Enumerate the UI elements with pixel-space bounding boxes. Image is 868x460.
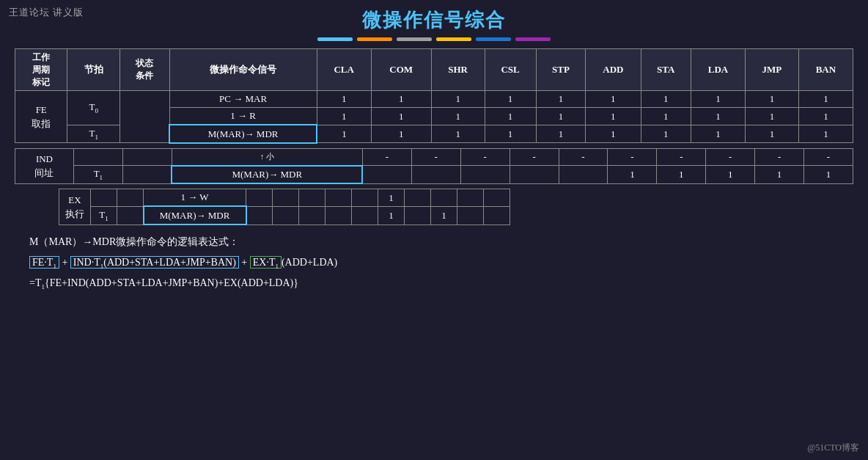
val	[246, 206, 273, 224]
logic-title: M（MAR）→MDR微操作命令的逻辑表达式：	[29, 233, 853, 251]
val: 1	[536, 91, 585, 108]
val: 1	[371, 108, 431, 125]
val	[362, 166, 411, 184]
fe-t1-box: FE·T1	[29, 256, 59, 269]
val: 1	[586, 91, 641, 108]
table-header: 工作周期标记 节拍 状态条件 微操作命令信号 CLA COM SHR CSL S…	[15, 49, 853, 91]
ind-t-empty	[73, 148, 122, 165]
val: 1	[798, 125, 853, 143]
header-state: 状态条件	[119, 49, 169, 91]
val	[299, 206, 326, 224]
val: -	[608, 148, 657, 165]
header-lda: LDA	[691, 49, 745, 91]
table-row-highlighted: T1 M(MAR)→ MDR 1 1 1 1 1	[15, 166, 853, 184]
logic-section: M（MAR）→MDR微操作命令的逻辑表达式： FE·T1 + IND·T1(AD…	[15, 233, 853, 293]
val: 1	[378, 206, 405, 224]
val: 1	[691, 91, 745, 108]
val: -	[411, 148, 460, 165]
val	[405, 189, 431, 207]
val: 1	[317, 91, 371, 108]
header-stp: STP	[536, 49, 585, 91]
cmd-mmar-mdr: M(MAR)→ MDR	[169, 125, 317, 143]
header-cla: CLA	[317, 49, 371, 91]
table-row-highlighted: T1 M(MAR)→ MDR 1 1	[59, 206, 510, 224]
table-row: EX执行 1 → W 1	[59, 189, 510, 207]
header-ban: BAN	[798, 49, 853, 91]
header-cycle: 工作周期标记	[15, 49, 67, 91]
val	[559, 166, 608, 184]
header-shr: SHR	[431, 49, 485, 91]
val: 1	[746, 108, 799, 125]
val: 1	[798, 91, 853, 108]
val: 1	[691, 125, 745, 143]
cmd-ex-mmar-mdr: M(MAR)→ MDR	[144, 206, 246, 224]
ind-label: IND间址	[15, 148, 74, 183]
val: 1	[371, 125, 431, 143]
color-bar-6	[515, 37, 551, 41]
header-jmp: JMP	[746, 49, 799, 91]
cmd-arrow-small: ↑ 小	[172, 148, 362, 165]
val: 1	[641, 125, 691, 143]
val: 1	[706, 166, 755, 184]
val: 1	[804, 166, 853, 184]
val: -	[460, 148, 510, 165]
table-row: IND间址 ↑ 小 - - - - - - - - - -	[15, 148, 853, 165]
table-row: FE取指 T0 PC → MAR 1 1 1 1 1 1 1 1 1 1	[15, 91, 853, 108]
val: 1	[798, 108, 853, 125]
val: 1	[431, 108, 485, 125]
val: 1	[755, 166, 804, 184]
watermark-top: 王道论坛 讲义版	[9, 6, 84, 19]
color-bar-4	[436, 37, 471, 41]
val: 1	[586, 108, 641, 125]
val: 1	[485, 91, 536, 108]
val: -	[657, 148, 706, 165]
color-bar-3	[397, 37, 432, 41]
header-beat: 节拍	[67, 49, 119, 91]
color-bar-5	[476, 37, 511, 41]
val: 1	[378, 189, 405, 207]
val: -	[362, 148, 411, 165]
val	[273, 189, 299, 207]
color-bar-2	[357, 37, 392, 41]
ex-state-empty	[117, 189, 144, 207]
val	[457, 206, 484, 224]
val: 1	[746, 91, 799, 108]
t1-beat: T1	[67, 125, 119, 143]
val: 1	[317, 125, 371, 143]
page-title: 微操作信号综合	[15, 7, 853, 33]
ex-section: EX执行 1 → W 1 T1 M(MAR)→ MDR	[15, 189, 853, 225]
t0-beat: T0	[67, 91, 119, 125]
val: 1	[536, 125, 585, 143]
val	[457, 189, 484, 207]
ex-table: EX执行 1 → W 1 T1 M(MAR)→ MDR	[59, 189, 510, 225]
val: 1	[371, 91, 431, 108]
logic-line2-text: =T1{FE+IND(ADD+STA+LDA+JMP+BAN)+EX(ADD+L…	[29, 277, 298, 288]
val	[326, 206, 352, 224]
plus-1: +	[62, 257, 70, 268]
header-cmd: 微操作命令信号	[169, 49, 317, 91]
logic-line2: =T1{FE+IND(ADD+STA+LDA+JMP+BAN)+EX(ADD+L…	[29, 273, 853, 293]
val	[484, 206, 510, 224]
val: 1	[608, 166, 657, 184]
ex-label: EX执行	[59, 189, 91, 224]
val	[460, 166, 510, 184]
ind-t1: T1	[73, 166, 122, 184]
color-bars	[15, 37, 853, 41]
watermark-bottom: @51CTO博客	[807, 442, 859, 454]
val: 1	[641, 91, 691, 108]
val: 1	[485, 125, 536, 143]
val: -	[706, 148, 755, 165]
val: 1	[431, 125, 485, 143]
main-content: 王道论坛 讲义版 微操作信号综合 工作周期标记 节拍 状态条件 微操作命令信号 …	[0, 0, 868, 301]
main-table: 工作周期标记 节拍 状态条件 微操作命令信号 CLA COM SHR CSL S…	[15, 48, 853, 144]
val: -	[510, 148, 559, 165]
cmd-1-w: 1 → W	[144, 189, 246, 207]
ind-t1-box: IND·T1(ADD+STA+LDA+JMP+BAN)	[70, 256, 239, 269]
val	[411, 166, 460, 184]
ind-state	[122, 166, 172, 184]
header-add: ADD	[586, 49, 641, 91]
ex-t-empty	[91, 189, 117, 207]
val: -	[559, 148, 608, 165]
cmd-1-r: 1 → R	[169, 108, 317, 125]
val	[431, 189, 457, 207]
